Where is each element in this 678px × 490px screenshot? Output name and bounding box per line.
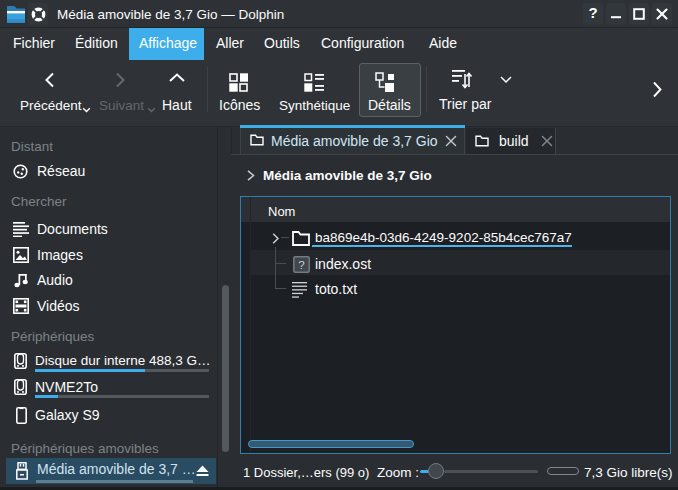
svg-text:?: ? — [298, 259, 304, 271]
